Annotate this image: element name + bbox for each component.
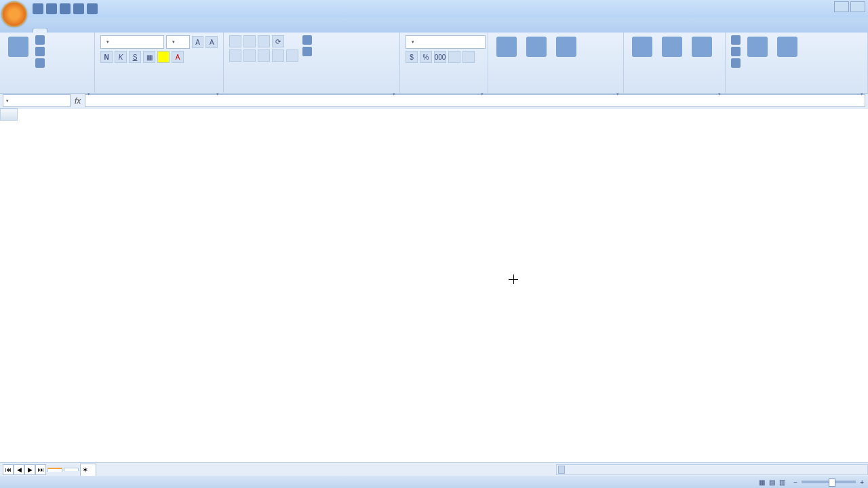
- grow-font-icon[interactable]: A: [192, 36, 204, 48]
- sheet-tab-2[interactable]: [64, 468, 79, 471]
- thousands-icon[interactable]: 000: [434, 51, 446, 63]
- minimize-button[interactable]: [834, 1, 849, 12]
- cell-styles-button[interactable]: [553, 35, 579, 60]
- sheet-tab-1[interactable]: [47, 468, 62, 472]
- fill-color-icon[interactable]: [157, 51, 170, 63]
- view-normal-icon[interactable]: ▦: [759, 479, 765, 486]
- currency-icon[interactable]: $: [406, 51, 418, 63]
- cursor-icon: [509, 274, 519, 285]
- format-table-button[interactable]: [524, 35, 549, 60]
- sort-filter-button[interactable]: [745, 35, 770, 60]
- redo-icon[interactable]: [60, 3, 71, 14]
- wrap-text-button[interactable]: [302, 35, 312, 45]
- orientation-icon[interactable]: ⟳: [272, 35, 284, 47]
- view-layout-icon[interactable]: ▤: [769, 479, 775, 486]
- zoom-slider[interactable]: [802, 481, 856, 483]
- underline-icon[interactable]: S: [129, 51, 141, 63]
- tab-inicio[interactable]: [33, 28, 47, 33]
- percent-icon[interactable]: %: [420, 51, 432, 63]
- ribbon: A A N K S ▦ A ⟳: [0, 33, 868, 94]
- conditional-format-button[interactable]: [494, 35, 519, 60]
- zoom-out-icon[interactable]: −: [793, 479, 797, 486]
- increase-indent-icon[interactable]: [286, 49, 298, 62]
- formula-input[interactable]: [85, 94, 865, 107]
- insert-cells-button[interactable]: [629, 35, 655, 60]
- sheet-nav-last[interactable]: ⏭: [35, 464, 46, 475]
- font-color-icon[interactable]: A: [172, 51, 184, 63]
- print-preview-icon[interactable]: [73, 3, 84, 14]
- increase-decimal-icon[interactable]: [448, 51, 460, 63]
- save-icon[interactable]: [33, 3, 43, 14]
- delete-cells-button[interactable]: [659, 35, 685, 60]
- select-all-corner[interactable]: [0, 108, 18, 121]
- ribbon-tabs: [0, 18, 868, 33]
- font-combo[interactable]: [100, 35, 164, 49]
- paste-button[interactable]: [5, 35, 31, 60]
- bold-icon[interactable]: N: [100, 51, 113, 63]
- horizontal-scrollbar[interactable]: [556, 464, 868, 475]
- clear-button[interactable]: [731, 58, 741, 68]
- sheet-area: [0, 108, 868, 447]
- autosum-button[interactable]: [731, 35, 741, 45]
- copy-button[interactable]: [35, 47, 45, 56]
- new-sheet-tab[interactable]: ✶: [80, 464, 96, 476]
- decrease-indent-icon[interactable]: [272, 49, 284, 62]
- qat-icon[interactable]: [87, 3, 98, 14]
- size-combo[interactable]: [166, 35, 190, 49]
- border-icon[interactable]: ▦: [143, 51, 155, 63]
- merge-center-button[interactable]: [302, 47, 312, 56]
- title-bar: [0, 0, 868, 18]
- sheet-tabs-bar: ⏮ ◀ ▶ ⏭ ✶: [0, 462, 868, 476]
- maximize-button[interactable]: [850, 1, 865, 12]
- decrease-decimal-icon[interactable]: [462, 51, 475, 63]
- window-controls: [834, 1, 865, 12]
- view-break-icon[interactable]: ▥: [779, 479, 785, 486]
- quick-access-toolbar: [33, 3, 98, 14]
- italic-icon[interactable]: K: [115, 51, 127, 63]
- sheet-nav-first[interactable]: ⏮: [3, 464, 14, 475]
- align-center-icon[interactable]: [243, 49, 256, 62]
- find-select-button[interactable]: [774, 35, 800, 60]
- align-right-icon[interactable]: [258, 49, 270, 62]
- align-middle-icon[interactable]: [243, 35, 256, 47]
- zoom-in-icon[interactable]: +: [860, 479, 864, 486]
- name-box[interactable]: [3, 94, 71, 107]
- status-bar: ▦ ▤ ▥ − +: [0, 476, 868, 488]
- align-bottom-icon[interactable]: [258, 35, 270, 47]
- align-top-icon[interactable]: [229, 35, 241, 47]
- align-left-icon[interactable]: [229, 49, 241, 62]
- number-format-combo[interactable]: [406, 35, 486, 49]
- fx-icon[interactable]: fx: [75, 96, 81, 106]
- shrink-font-icon[interactable]: A: [205, 36, 218, 48]
- office-button[interactable]: [1, 1, 27, 27]
- cut-button[interactable]: [35, 35, 45, 45]
- undo-icon[interactable]: [46, 3, 57, 14]
- fill-button[interactable]: [731, 47, 741, 56]
- sheet-nav-next[interactable]: ▶: [24, 464, 35, 475]
- format-painter-button[interactable]: [35, 58, 45, 68]
- sheet-nav-prev[interactable]: ◀: [14, 464, 24, 475]
- formula-bar: fx: [0, 94, 868, 108]
- column-headers: [18, 108, 868, 121]
- format-cells-button[interactable]: [689, 35, 715, 60]
